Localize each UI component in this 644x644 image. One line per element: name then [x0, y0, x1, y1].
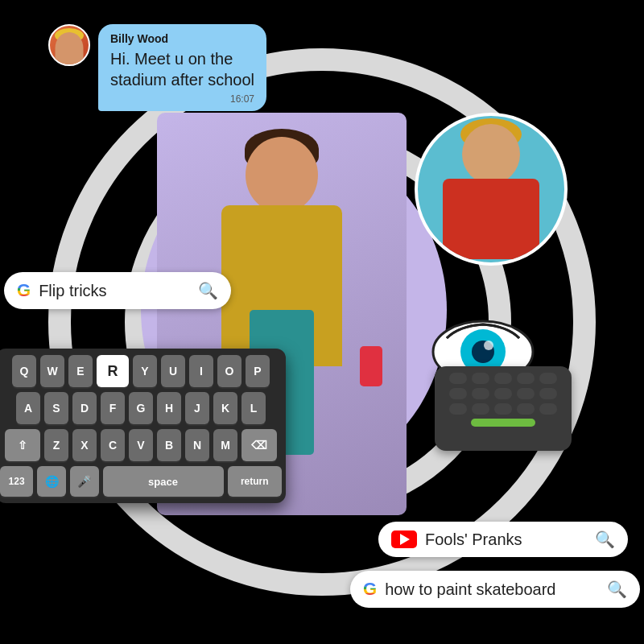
- key-j[interactable]: J: [185, 392, 209, 424]
- google-search-skateboard[interactable]: G how to paint skateboard 🔍: [350, 571, 640, 608]
- pill-row-3: [441, 403, 565, 415]
- search-query-1: Flip tricks: [39, 282, 190, 300]
- key-f[interactable]: F: [101, 392, 125, 424]
- chat-message-box: Billy Wood Hi. Meet u on thestadium afte…: [98, 24, 266, 111]
- keyboard: Q W E R Y U I O P A S D F G H J K L ⇧ Z …: [0, 349, 286, 503]
- key-c[interactable]: C: [101, 429, 125, 461]
- key-shift[interactable]: ⇧: [5, 429, 40, 461]
- key-i[interactable]: I: [189, 355, 213, 387]
- key-v[interactable]: V: [129, 429, 153, 461]
- keyboard-row-4: 123 🌐 🎤 space return: [0, 466, 282, 497]
- avatar-person: [56, 32, 84, 64]
- google-logo-2: G: [363, 579, 377, 600]
- google-search-flip-tricks[interactable]: G Flip tricks 🔍: [4, 272, 231, 309]
- person2-head: [462, 124, 520, 184]
- youtube-search-fools-pranks[interactable]: Fools' Pranks 🔍: [378, 522, 628, 557]
- search-query-2: how to paint skateboard: [385, 580, 599, 599]
- keyboard-row-2: A S D F G H J K L: [0, 392, 282, 424]
- key-d[interactable]: D: [72, 392, 97, 424]
- pill-12: [472, 403, 489, 415]
- key-r[interactable]: R: [97, 355, 129, 387]
- pill-row-2: [441, 388, 565, 399]
- key-return[interactable]: return: [228, 466, 283, 497]
- key-b[interactable]: B: [157, 429, 181, 461]
- key-globe[interactable]: 🌐: [37, 466, 66, 497]
- key-q[interactable]: Q: [12, 355, 36, 387]
- pill-3: [494, 373, 512, 384]
- pill-bar: [471, 419, 535, 427]
- chat-time: 16:07: [110, 93, 254, 105]
- pill-2: [472, 373, 489, 384]
- key-e[interactable]: E: [68, 355, 93, 387]
- pill-6: [449, 388, 467, 399]
- pill-4: [517, 373, 535, 384]
- key-s[interactable]: S: [44, 392, 68, 424]
- key-w[interactable]: W: [40, 355, 64, 387]
- key-n[interactable]: N: [185, 429, 209, 461]
- key-a[interactable]: A: [16, 392, 40, 424]
- search-icon-1: 🔍: [198, 281, 218, 300]
- person-phone: [360, 346, 382, 386]
- key-l[interactable]: L: [242, 392, 266, 424]
- key-p[interactable]: P: [246, 355, 270, 387]
- person2-phone: [482, 263, 500, 266]
- person-torso: [221, 205, 342, 366]
- person2-torso: [443, 179, 539, 259]
- pill-13: [494, 403, 512, 415]
- chat-bubble: Billy Wood Hi. Meet u on thestadium afte…: [48, 24, 266, 111]
- pill-10: [539, 388, 557, 399]
- chat-text: Hi. Meet u on thestadium after school: [110, 48, 254, 90]
- youtube-icon: [391, 530, 417, 548]
- key-m[interactable]: M: [213, 429, 237, 461]
- person-head: [246, 137, 318, 213]
- pill-5: [539, 373, 557, 384]
- key-x[interactable]: X: [72, 429, 97, 461]
- key-y[interactable]: Y: [133, 355, 157, 387]
- person-circle: [415, 113, 568, 266]
- key-g[interactable]: G: [129, 392, 153, 424]
- chat-avatar: [48, 24, 90, 66]
- pill-11: [449, 403, 467, 415]
- pill-row-1: [441, 373, 565, 384]
- key-numbers[interactable]: 123: [0, 466, 33, 497]
- key-u[interactable]: U: [161, 355, 185, 387]
- pill-14: [517, 403, 535, 415]
- keyboard-row-1: Q W E R Y U I O P: [0, 355, 282, 387]
- pill-8: [494, 388, 512, 399]
- key-space[interactable]: space: [103, 466, 224, 497]
- search-query-youtube: Fools' Pranks: [425, 530, 587, 549]
- pill-1: [449, 373, 467, 384]
- key-mic[interactable]: 🎤: [70, 466, 99, 497]
- search-icon-2: 🔍: [607, 580, 627, 599]
- key-o[interactable]: O: [217, 355, 242, 387]
- pill-7: [472, 388, 489, 399]
- svg-point-3: [484, 341, 493, 350]
- search-icon-youtube: 🔍: [595, 530, 615, 549]
- google-logo: G: [17, 280, 31, 301]
- keyboard-row-3: ⇧ Z X C V B N M ⌫: [0, 429, 282, 461]
- key-delete[interactable]: ⌫: [242, 429, 277, 461]
- key-z[interactable]: Z: [44, 429, 68, 461]
- pill-container: [435, 366, 572, 451]
- pill-9: [517, 388, 535, 399]
- key-k[interactable]: K: [213, 392, 237, 424]
- key-h[interactable]: H: [157, 392, 181, 424]
- chat-sender: Billy Wood: [110, 32, 254, 45]
- pill-15: [539, 403, 557, 415]
- youtube-play-icon: [400, 534, 410, 545]
